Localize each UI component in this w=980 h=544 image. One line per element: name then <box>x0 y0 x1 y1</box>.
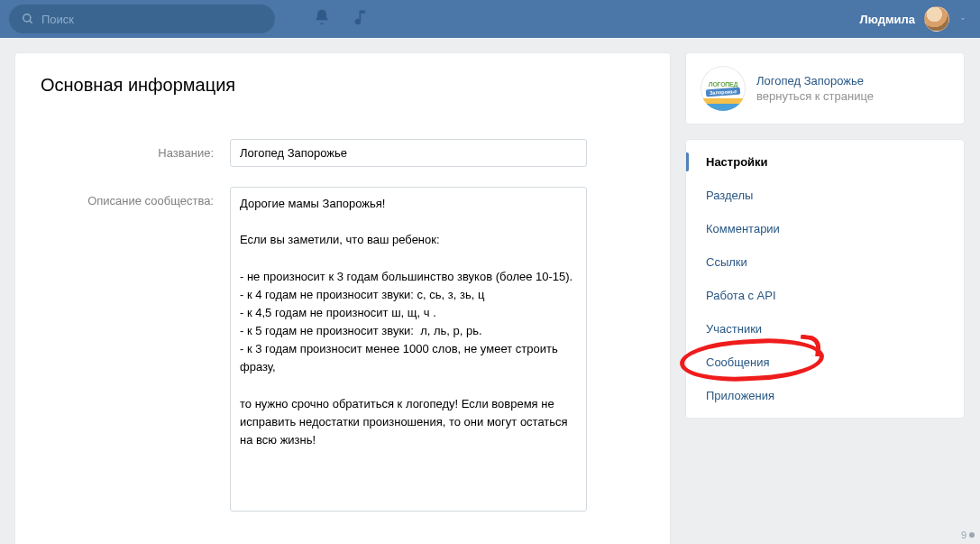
nav-item-работа-с-api[interactable]: Работа с API <box>686 279 964 312</box>
top-bar: Людмила <box>0 0 980 38</box>
community-info: Логопед Запорожье вернуться к странице <box>756 74 874 103</box>
topbar-icons <box>313 8 371 30</box>
main-card: Основная информация Название: Описание с… <box>14 52 671 544</box>
avatar <box>924 6 949 32</box>
svg-point-0 <box>23 14 31 22</box>
description-textarea[interactable] <box>230 187 587 512</box>
community-card[interactable]: ЛОГОПЕД Запорожье Логопед Запорожье верн… <box>685 52 965 124</box>
page-body: Основная информация Название: Описание с… <box>0 38 980 544</box>
nav-item-ссылки[interactable]: Ссылки <box>686 245 964 279</box>
corner-value: 9 <box>961 530 966 540</box>
description-label: Описание сообщества: <box>41 187 230 515</box>
logo-wave-icon <box>701 98 746 111</box>
row-name: Название: <box>41 139 645 167</box>
community-logo: ЛОГОПЕД Запорожье <box>701 66 746 111</box>
page-title: Основная информация <box>41 75 645 96</box>
user-menu[interactable]: Людмила <box>860 0 967 38</box>
svg-line-1 <box>30 21 32 23</box>
corner-dot-icon <box>969 532 975 538</box>
logo-text-band: Запорожье <box>706 88 741 97</box>
row-description: Описание сообщества: <box>41 187 645 515</box>
nav-item-комментарии[interactable]: Комментарии <box>686 212 964 245</box>
bell-icon[interactable] <box>313 8 331 30</box>
logo-text-top: ЛОГОПЕД <box>709 81 737 88</box>
user-name: Людмила <box>860 13 915 26</box>
search-icon <box>22 13 34 25</box>
name-label: Название: <box>41 139 230 167</box>
corner-indicator: 9 <box>961 530 975 540</box>
nav-item-участники[interactable]: Участники <box>686 312 964 346</box>
community-back-link[interactable]: вернуться к странице <box>756 89 874 103</box>
nav-item-настройки[interactable]: Настройки <box>686 145 964 179</box>
nav-item-разделы[interactable]: Разделы <box>686 179 964 212</box>
chevron-down-icon <box>958 13 967 26</box>
music-icon[interactable] <box>353 8 371 30</box>
right-column: ЛОГОПЕД Запорожье Логопед Запорожье верн… <box>685 52 965 419</box>
search-box[interactable] <box>9 5 275 33</box>
name-input[interactable] <box>230 139 587 167</box>
community-title[interactable]: Логопед Запорожье <box>756 74 874 88</box>
settings-nav: НастройкиРазделыКомментарииСсылкиРабота … <box>685 139 965 419</box>
nav-item-сообщения[interactable]: Сообщения <box>686 346 964 379</box>
search-input[interactable] <box>41 13 262 26</box>
nav-item-приложения[interactable]: Приложения <box>686 379 964 412</box>
